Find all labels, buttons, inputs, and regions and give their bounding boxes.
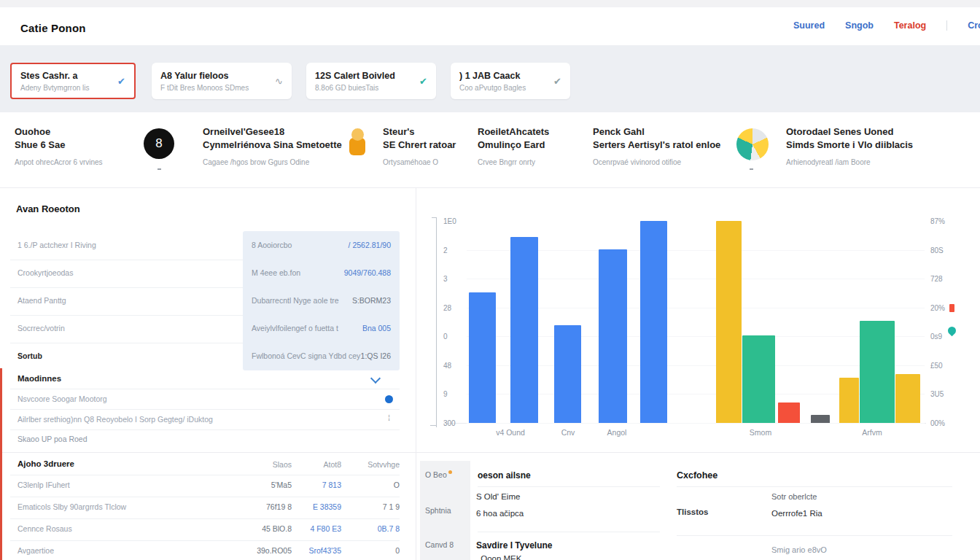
y-axis-tick-label: 2 [443, 246, 448, 254]
y-axis-tick-label: 9 [443, 390, 448, 398]
x-axis-label: Arfvm [862, 428, 882, 437]
y-axis-tick-label: 0 [443, 332, 448, 341]
divider [677, 535, 952, 536]
feature-item-1[interactable]: Ouohoe Shue 6 Sae Anpot ohrecAcror 6 vrv… [15, 125, 142, 166]
divider [0, 187, 980, 188]
modules-title: Maodinnes [18, 374, 61, 383]
divider [478, 486, 660, 487]
module-row-label[interactable]: Nsvcoore Soogar Mootorg [18, 394, 107, 403]
stats-row-c2[interactable]: 4 F80 E3 [298, 524, 341, 533]
check-icon: ✔ [553, 76, 561, 87]
red-accent-line [0, 368, 2, 560]
activity-sidebar-item-1[interactable]: O Beo [425, 470, 452, 479]
stats-row-c3[interactable]: 0B.7 8 [349, 524, 400, 533]
right-axis-tick-label: 00% [930, 419, 945, 427]
blue-dot-icon[interactable] [385, 395, 393, 403]
nav-link-2[interactable]: Sngob [845, 20, 874, 31]
feature-item-2[interactable]: Orneilvel'Gesee18 Cynmelriénova Sina Sme… [203, 125, 347, 166]
stat-card-2-subtitle: F tDit Bres Monoos SDmes [160, 84, 249, 92]
orange-dot-icon [448, 470, 452, 474]
feature-3-title-line1: Steur's [383, 125, 481, 139]
stats-table-title: Ajoho 3druere [18, 459, 74, 468]
y-axis-line [436, 217, 437, 427]
y-axis-tick-label: 3 [443, 275, 448, 283]
stat-card-3[interactable]: 12S Calert Boivled 8.8o6 GD buiesTais ✔ [306, 63, 436, 99]
dash-icon [158, 168, 161, 170]
report-row-label[interactable]: Sortub [18, 351, 42, 360]
report-panel-title: Avan Roeoton [16, 203, 80, 214]
nav-link-3[interactable]: Teralog [894, 20, 926, 31]
report-footer-link[interactable]: Skaoo UP poa Roed [18, 435, 88, 443]
x-axis-label: Angol [607, 428, 627, 437]
chart-bar-7 [742, 335, 775, 423]
feature-item-6[interactable]: Otorodael Senes Uoned Simds Smorte i Vlo… [786, 125, 961, 166]
y-axis-tick-label: 28 [443, 304, 451, 312]
row-divider [10, 389, 400, 389]
stat-card-2-text: A8 Yalur fieloos F tDit Bres Monoos SDme… [160, 71, 249, 92]
stat-card-2-title: A8 Yalur fieloos [160, 71, 249, 82]
report-row-value: 1:QS I26 [306, 351, 391, 360]
stat-card-1-title: Stes Cashr. a [20, 71, 89, 82]
check-icon: ✔ [419, 76, 427, 87]
feature-item-4[interactable]: RoeiletAhcatets Omulinço Eard Crvee Bngr… [478, 125, 587, 166]
stats-row-c2[interactable]: 7 813 [298, 481, 341, 489]
activity-entry-title[interactable]: oeson ailsne [478, 470, 531, 481]
row-divider [10, 540, 400, 541]
feature-3-subtitle: Ortysaméhoae O [383, 158, 481, 166]
divider [416, 188, 416, 560]
chart-bar-9 [811, 415, 830, 423]
gridline [467, 423, 925, 424]
row-divider [10, 409, 400, 410]
report-row-value[interactable]: 9049/760.488 [306, 268, 391, 277]
feature-6-title-line1: Otorodael Senes Uoned [786, 125, 961, 139]
stats-col-2: Atot8 [298, 460, 341, 469]
y-axis-tick-mark [430, 425, 437, 426]
right-axis-tick-label: 20% [930, 304, 945, 312]
feature-6-subtitle: Arhienodyreatl /iam Boore [786, 158, 961, 166]
chart-bar-5 [640, 221, 667, 423]
dash-icon [750, 168, 753, 170]
nav-divider [946, 20, 947, 31]
stat-card-3-text: 12S Calert Boivled 8.8o6 GD buiesTais [315, 71, 395, 92]
stats-row-c1: 5'Ma5 [248, 481, 292, 489]
feature-6-title-line2: Simds Smorte i Vlo diiblacis [786, 139, 961, 152]
report-row-value[interactable]: Bna 005 [306, 324, 391, 332]
number-8-badge-icon: 8 [144, 128, 174, 159]
feature-2-subtitle: Cagaee /hgos brow Ggurs Odine [203, 158, 347, 166]
activity-sidebar-item-3[interactable]: Canvd 8 [425, 540, 454, 549]
stats-row-c3: 0 [349, 546, 400, 555]
feature-item-5[interactable]: Penck Gahl Serters Aertisyl's ratol enlo… [593, 125, 739, 166]
x-axis-label: Cnv [561, 428, 575, 437]
stats-row-c1: 76f19 8 [248, 502, 292, 511]
report-row-label[interactable]: Ataend Panttg [18, 296, 66, 305]
report-row-value[interactable]: / 2562.81/90 [306, 241, 391, 249]
stats-row-c2[interactable]: E 38359 [298, 502, 341, 511]
right-axis-tick-label: 728 [930, 275, 943, 283]
chart-bar-4 [599, 249, 627, 423]
stat-card-4[interactable]: ) 1 JAB Caack Coo aPvutgo Bagles ✔ [451, 63, 570, 99]
stat-card-1-text: Stes Cashr. a Adeny Bvtymgrron lis [20, 71, 89, 92]
person-icon [348, 128, 367, 158]
right-axis-tick-label: 80S [930, 246, 944, 254]
activity-sidebar-item-2[interactable]: Sphtnia [425, 506, 451, 515]
chevron-down-icon[interactable] [370, 373, 381, 384]
stat-card-2[interactable]: A8 Yalur fieloos F tDit Bres Monoos SDme… [152, 63, 292, 99]
nav-link-1[interactable]: Suured [793, 20, 825, 31]
stat-card-1[interactable]: Stes Cashr. a Adeny Bvtymgrron lis ✔ [10, 63, 136, 99]
top-strip [0, 0, 980, 7]
activity-entry-title[interactable]: Savdire I Tyvelune [476, 540, 553, 551]
module-row-label[interactable]: Ailrlber srethiog)nn Q8 Reoyobelo I Sorp… [18, 415, 213, 424]
activity-entry-line[interactable]: S Old' Eime [476, 492, 520, 501]
activity-entry-line[interactable]: .Ooon MEK [478, 554, 521, 560]
report-row-label[interactable]: Socrrec/votrin [18, 324, 65, 332]
activity-entry-line[interactable]: 6 hoa ačipca [476, 509, 524, 518]
report-row-label[interactable]: Crookyrtjoeodas [18, 268, 73, 277]
report-row-label[interactable]: 1 6./P actchexr I Riving [18, 241, 96, 249]
header-nav: SuuredSngobTeralogCroonye Cuon [793, 20, 980, 31]
nav-link-4[interactable]: Croonye Cuon [968, 20, 980, 31]
detail-footer[interactable]: Smig ario e8vO [771, 545, 827, 554]
dots-icon[interactable]: ⁞ [388, 414, 390, 421]
feature-item-3[interactable]: Steur's SE Chrert ratoar Ortysaméhoae O [383, 125, 481, 166]
stats-row-c2[interactable]: Srof43'35 [298, 546, 341, 555]
chart-bar-12 [895, 374, 920, 423]
